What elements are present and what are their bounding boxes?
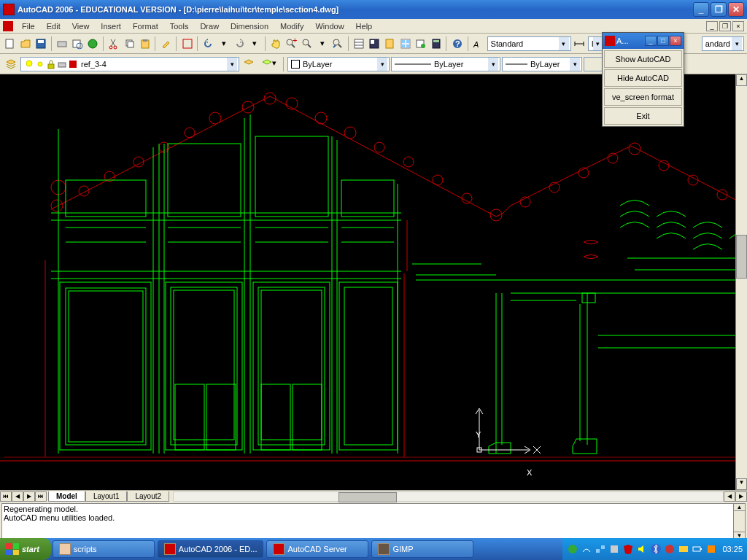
task-autocad[interactable]: AutoCAD 2006 - ED...: [158, 540, 264, 558]
match-properties-button[interactable]: [159, 36, 173, 52]
tab-prev-button[interactable]: ◀: [12, 491, 23, 502]
mdi-close-button[interactable]: ×: [732, 21, 744, 31]
tray-shield-icon[interactable]: [622, 543, 634, 555]
popup-minimize-button[interactable]: _: [645, 36, 657, 46]
menu-tools[interactable]: Tools: [164, 20, 195, 32]
zoom-window-button[interactable]: [300, 36, 314, 52]
scroll-thumb[interactable]: [736, 235, 747, 279]
scroll-left-button[interactable]: ◀: [724, 491, 735, 502]
cmd-scrollbar[interactable]: ▲ ▼: [733, 504, 745, 539]
plot-button[interactable]: [55, 36, 69, 52]
start-button[interactable]: start: [0, 538, 51, 560]
publish-button[interactable]: [86, 36, 100, 52]
cut-button[interactable]: [107, 36, 121, 52]
paste-button[interactable]: [138, 36, 152, 52]
popup-hide-autocad[interactable]: Hide AutoCAD: [604, 69, 682, 87]
lineweight-combo[interactable]: ByLayer: [502, 57, 582, 71]
popup-maximize-button[interactable]: □: [657, 36, 669, 46]
command-window[interactable]: Regenerating model. AutoCAD menu utiliti…: [1, 503, 746, 540]
menu-help[interactable]: Help: [350, 20, 379, 32]
design-center-button[interactable]: [368, 36, 382, 52]
tab-first-button[interactable]: ⏮: [0, 491, 12, 502]
minimize-button[interactable]: _: [693, 2, 709, 17]
text-style-button[interactable]: A: [471, 36, 485, 52]
properties-button[interactable]: [352, 36, 365, 52]
layer-manager-button[interactable]: [3, 56, 19, 72]
tab-layout1[interactable]: Layout1: [85, 491, 128, 502]
menu-format[interactable]: Format: [127, 20, 164, 32]
menu-file[interactable]: File: [16, 20, 41, 32]
task-scripts[interactable]: scripts: [53, 540, 155, 558]
markup-button[interactable]: [414, 36, 427, 52]
popup-exit[interactable]: Exit: [604, 107, 682, 125]
tray-volume-icon[interactable]: [636, 543, 648, 555]
new-button[interactable]: [3, 36, 17, 52]
tray-clock[interactable]: 03:25: [722, 545, 743, 553]
tray-bluetooth-icon[interactable]: [650, 543, 662, 555]
tray-icon-11[interactable]: [705, 543, 717, 555]
menu-window[interactable]: Window: [309, 20, 349, 32]
vertical-scrollbar[interactable]: ▲ ▼: [735, 74, 747, 490]
scroll-down-button[interactable]: ▼: [736, 478, 747, 490]
tray-icon-1[interactable]: [567, 543, 578, 555]
redo-dropdown[interactable]: ▾: [248, 36, 262, 52]
tab-layout2[interactable]: Layout2: [127, 491, 169, 502]
block-editor-button[interactable]: [180, 36, 194, 52]
menu-draw[interactable]: Draw: [194, 20, 225, 32]
menu-insert[interactable]: Insert: [95, 20, 127, 32]
menu-modify[interactable]: Modify: [274, 20, 309, 32]
task-autocad-server[interactable]: AutoCAD Server: [266, 540, 368, 558]
drawing-canvas[interactable]: Y X ▲ ▼: [0, 74, 747, 490]
close-button[interactable]: ✕: [728, 2, 744, 17]
pan-button[interactable]: [269, 36, 283, 52]
mdi-restore-button[interactable]: ❐: [719, 21, 731, 31]
dim-style-button[interactable]: [573, 36, 587, 52]
text-style-combo[interactable]: Standard: [487, 36, 571, 51]
tool-palettes-button[interactable]: [383, 36, 397, 52]
popup-screen-format[interactable]: ve_screen format: [604, 88, 682, 106]
table-style-combo[interactable]: andard: [702, 36, 744, 51]
popup-titlebar[interactable]: A... _ □ ×: [603, 33, 684, 49]
tray-network-icon[interactable]: [595, 543, 606, 555]
layer-combo[interactable]: ref_3-4: [20, 57, 239, 71]
tab-next-button[interactable]: ▶: [23, 491, 35, 502]
open-button[interactable]: [18, 36, 32, 52]
undo-dropdown[interactable]: ▾: [217, 36, 231, 52]
zoom-previous-button[interactable]: [330, 36, 344, 52]
horizontal-scrollbar[interactable]: [173, 491, 724, 502]
layer-states-button[interactable]: ▾: [258, 56, 280, 72]
task-gimp[interactable]: GIMP: [371, 540, 473, 558]
tab-last-button[interactable]: ⏭: [35, 491, 47, 502]
copy-button[interactable]: [123, 36, 136, 52]
help-button[interactable]: ?: [450, 36, 464, 52]
system-tray[interactable]: 03:25: [562, 538, 747, 560]
zoom-flyout[interactable]: ▾: [315, 36, 329, 52]
popup-show-autocad[interactable]: Show AutoCAD: [604, 50, 682, 68]
redo-button[interactable]: [233, 36, 247, 52]
plot-preview-button[interactable]: [71, 36, 85, 52]
menu-dimension[interactable]: Dimension: [225, 20, 274, 32]
tray-icon-4[interactable]: [608, 543, 620, 555]
undo-button[interactable]: [201, 36, 215, 52]
calculator-button[interactable]: [429, 36, 443, 52]
maximize-button[interactable]: ❐: [711, 2, 727, 17]
tray-icon-9[interactable]: [678, 543, 689, 555]
cmd-scroll-up[interactable]: ▲: [734, 504, 745, 511]
layer-previous-button[interactable]: [241, 56, 257, 72]
zoom-realtime-button[interactable]: +: [285, 36, 298, 52]
menu-view[interactable]: View: [66, 20, 96, 32]
linetype-combo[interactable]: ByLayer: [391, 57, 500, 71]
tray-battery-icon[interactable]: [692, 543, 703, 555]
mdi-minimize-button[interactable]: _: [706, 21, 718, 31]
scroll-up-button[interactable]: ▲: [736, 74, 747, 86]
sheetset-button[interactable]: [398, 36, 412, 52]
menu-edit[interactable]: Edit: [41, 20, 66, 32]
tab-model[interactable]: Model: [48, 491, 85, 502]
popup-close-button[interactable]: ×: [670, 36, 681, 46]
scroll-right-button[interactable]: ▶: [735, 491, 747, 502]
h-scroll-thumb[interactable]: [338, 492, 397, 502]
color-combo[interactable]: ByLayer: [287, 57, 390, 71]
save-button[interactable]: [34, 36, 47, 52]
tray-icon-8[interactable]: [664, 543, 676, 555]
tray-wifi-icon[interactable]: [581, 543, 592, 555]
